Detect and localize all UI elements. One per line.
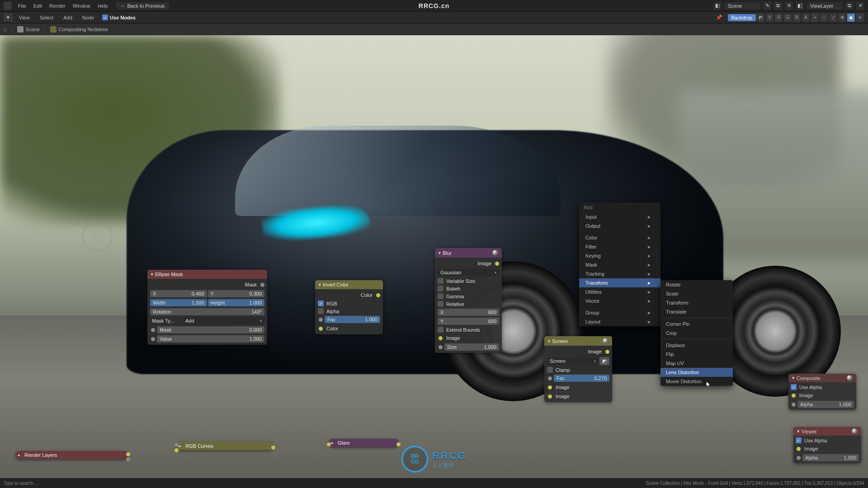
node-header[interactable]: ▾ Blur — [435, 248, 502, 258]
add-tracking[interactable]: Tracking▶ — [579, 269, 660, 278]
viewlayer-dropdown[interactable]: ViewLayer — [807, 2, 843, 9]
scene-dropdown[interactable]: Scene — [724, 2, 760, 9]
blend-mode-dropdown[interactable]: Screen▾ — [547, 357, 599, 365]
gamma-checkbox[interactable]: Gamma — [437, 293, 500, 300]
crumb-nodetree[interactable]: Compositing Nodetree — [50, 26, 108, 33]
add-vector[interactable]: Vector▶ — [579, 296, 660, 305]
sub-flip[interactable]: Flip — [660, 350, 733, 359]
node-header[interactable]: ▾ Viewer — [793, 427, 861, 436]
overlay-icon[interactable]: ◉ — [847, 14, 855, 22]
variable-size-checkbox[interactable]: Variable Size — [437, 277, 500, 284]
sub-displace[interactable]: Displace — [660, 341, 733, 350]
collapse-icon[interactable]: ▾ — [792, 375, 795, 381]
node-viewer[interactable]: ▾ Viewer ✓Use Alpha Image Alpha1.000 — [793, 427, 861, 463]
zoom-in-icon[interactable]: + — [811, 14, 819, 22]
alpha-checkbox[interactable]: Alpha — [317, 308, 381, 314]
node-header[interactable]: ▾ Screen — [544, 336, 612, 346]
node-glare[interactable]: ▸ Glare — [329, 439, 399, 447]
field-rotation[interactable]: Rotation143° — [150, 308, 264, 315]
channel-combined-icon[interactable]: ◩ — [757, 14, 765, 22]
field-fac[interactable]: Fac0.270 — [554, 375, 609, 382]
scene-browse-icon[interactable]: ◧ — [713, 2, 722, 10]
crumb-scene[interactable]: Scene — [17, 26, 39, 33]
menu-help[interactable]: Help — [94, 3, 112, 9]
viewlayer-delete-icon[interactable]: ✕ — [856, 2, 864, 10]
scene-copy-icon[interactable]: ⧉ — [774, 2, 782, 10]
node-ellipse-mask[interactable]: ▾ Ellipse Mask Mask X0.400 Y0.300 Width1… — [147, 270, 267, 345]
field-fac[interactable]: Fac1.000 — [325, 316, 380, 323]
field-y[interactable]: Y0.300 — [208, 290, 265, 297]
add-group[interactable]: Group▶ — [579, 308, 660, 317]
back-to-previous-button[interactable]: ← Back to Previous — [116, 2, 170, 9]
viewlayer-browse-icon[interactable]: ◧ — [796, 2, 804, 10]
fit-icon[interactable]: ⤢ — [829, 14, 837, 22]
channel-v[interactable]: V — [766, 14, 774, 22]
collapse-icon[interactable]: ▾ — [439, 251, 441, 255]
add-layout[interactable]: Layout▶ — [579, 317, 660, 326]
node-render-layers[interactable]: ▸ Render Layers — [15, 451, 128, 459]
node-mix-screen[interactable]: ▾ Screen Image Screen▾ ◩ Clamp Fac0.270 … — [544, 336, 612, 402]
menu-node[interactable]: Node — [79, 15, 98, 20]
masktype-dropdown[interactable]: Add▾ — [183, 317, 264, 324]
preview-sphere-icon[interactable] — [603, 338, 609, 344]
menu-edit[interactable]: Edit — [30, 3, 46, 9]
input-value[interactable]: Value1.000 — [157, 335, 264, 343]
field-size[interactable]: Size1.000 — [444, 343, 499, 351]
field-alpha[interactable]: Alpha1.000 — [797, 401, 854, 408]
editor-type-dropdown[interactable]: ▾ — [4, 14, 13, 22]
node-header[interactable]: ▾ Ellipse Mask — [147, 270, 267, 279]
viewlayer-copy-icon[interactable]: ⧉ — [845, 2, 854, 10]
sub-scale[interactable]: Scale — [660, 289, 733, 298]
zoom-out-icon[interactable]: − — [820, 14, 828, 22]
preview-sphere-icon[interactable] — [492, 250, 498, 256]
relative-checkbox[interactable]: Relative — [437, 300, 500, 307]
node-blur[interactable]: ▾ Blur Image Gaussian▾ Variable Size Bok… — [435, 248, 502, 353]
add-filter[interactable]: Filter▶ — [579, 242, 660, 251]
scene-pin-icon[interactable]: ✎ — [763, 2, 771, 10]
compositor-viewport[interactable]: RRCG ▾ Ellipse Mask Mask X0.400 Y0.300 W… — [0, 35, 868, 478]
menu-render[interactable]: Render — [46, 3, 69, 9]
alpha-toggle-icon[interactable]: ◩ — [599, 357, 609, 365]
add-color[interactable]: Color▶ — [579, 233, 660, 242]
preview-sphere-icon[interactable] — [847, 375, 853, 381]
menu-select[interactable]: Select — [36, 15, 57, 20]
field-alpha[interactable]: Alpha1.000 — [802, 454, 859, 461]
menu-window[interactable]: Window — [69, 3, 94, 9]
collapse-icon[interactable]: ▾ — [319, 282, 321, 287]
collapse-icon[interactable]: ▾ — [151, 272, 153, 277]
extend-bounds-checkbox[interactable]: Extend Bounds — [437, 326, 500, 333]
add-utilities[interactable]: Utilities▶ — [579, 287, 660, 296]
blender-logo[interactable] — [4, 2, 12, 10]
channel-g[interactable]: G — [784, 14, 792, 22]
sub-corner-pin[interactable]: Corner Pin — [660, 319, 733, 328]
field-x[interactable]: X0.400 — [150, 290, 207, 297]
add-mask[interactable]: Mask▶ — [579, 260, 660, 269]
sub-transform[interactable]: Transform — [660, 298, 733, 307]
expand-icon[interactable]: ▸ — [179, 444, 181, 448]
transform-submenu[interactable]: Rotate Scale Transform Translate Corner … — [660, 280, 733, 386]
sub-translate[interactable]: Translate — [660, 307, 733, 316]
use-nodes-checkbox[interactable]: ✓ Use Nodes — [102, 14, 136, 20]
menu-add[interactable]: Add — [60, 15, 76, 20]
node-header[interactable]: ▾ Invert Color — [315, 280, 383, 289]
field-height[interactable]: Height1.000 — [208, 299, 265, 306]
node-rgb-curves[interactable]: ▸ RGB Curves — [176, 442, 274, 450]
channel-b[interactable]: B — [793, 14, 801, 22]
scene-delete-icon[interactable]: ✕ — [785, 2, 793, 10]
field-width[interactable]: Width1.500 — [150, 299, 207, 306]
add-transform[interactable]: Transform▶ — [579, 278, 660, 287]
use-alpha-checkbox[interactable]: ✓Use Alpha — [795, 437, 860, 444]
preview-sphere-icon[interactable] — [852, 428, 858, 434]
sub-crop[interactable]: Crop — [660, 328, 733, 338]
node-header[interactable]: ▾ Composite — [788, 374, 856, 382]
add-menu[interactable]: Add Input▶ Output▶ Color▶ Filter▶ Keying… — [579, 202, 660, 326]
sub-movie-distortion[interactable]: Movie Distortion — [660, 377, 733, 386]
use-alpha-checkbox[interactable]: ✓Use Alpha — [790, 384, 855, 390]
move-icon[interactable]: ✥ — [838, 14, 846, 22]
field-blur-y[interactable]: Y600 — [438, 318, 499, 325]
collapse-icon[interactable]: ▾ — [548, 339, 550, 343]
add-input[interactable]: Input▶ — [579, 212, 660, 221]
backdrop-toggle[interactable]: Backdrop — [728, 14, 756, 21]
node-composite[interactable]: ▾ Composite ✓Use Alpha Image Alpha1.000 — [788, 374, 856, 410]
add-output[interactable]: Output▶ — [579, 221, 660, 230]
